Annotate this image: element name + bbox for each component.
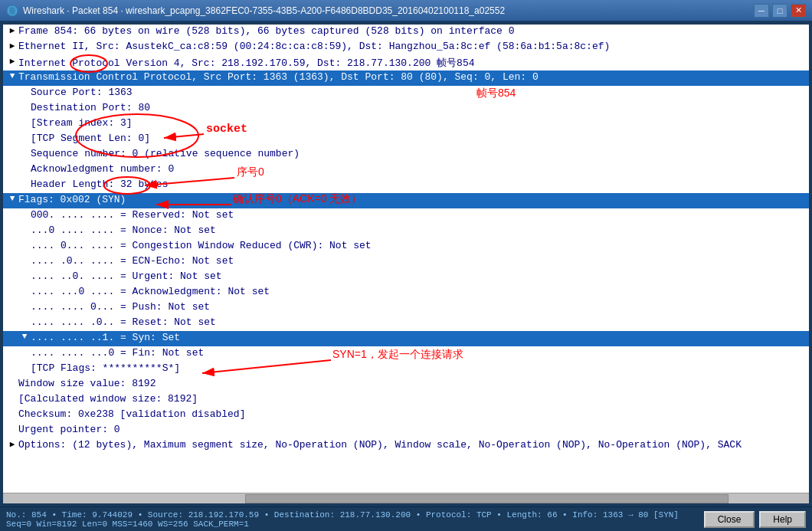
detail-row[interactable]: Destination Port: 80 [3,101,809,116]
status-buttons: Close Help [704,511,806,528]
maximize-button[interactable]: □ [772,4,787,18]
row-text: Header Length: 32 bytes [31,179,168,190]
row-text: .... .... 0... = Push: Not set [31,301,210,313]
detail-row[interactable]: .... ..0. .... = Urgent: Not set [3,270,809,285]
row-text: Transmission Control Protocol, Src Port:… [18,71,539,83]
expand-arrow: ▶ [6,439,18,449]
detail-row[interactable]: Sequence number: 0 (relative sequence nu… [3,147,809,162]
scrollbar-thumb[interactable] [245,494,729,503]
title-bar-controls: ─ □ ✕ [754,4,806,18]
row-text: Internet Protocol Version 4, Src: 218.19… [18,56,475,70]
row-text: Urgent pointer: 0 [18,424,120,435]
detail-row[interactable]: ▼Flags: 0x002 (SYN) [3,193,809,208]
detail-row[interactable]: .... 0... .... = Congestion Window Reduc… [3,239,809,254]
title-text: Wireshark · Packet 854 · wireshark_pcapn… [23,5,505,16]
row-text: ...0 .... .... = Nonce: Not set [31,225,216,236]
row-text: Flags: 0x002 (SYN) [18,194,126,205]
detail-row[interactable]: Urgent pointer: 0 [3,423,809,438]
detail-row[interactable]: Source Port: 1363 [3,86,809,101]
row-text: Frame 854: 66 bytes on wire (528 bits), … [18,25,515,37]
wireshark-icon [6,5,18,17]
row-text: Checksum: 0xe238 [validation disabled] [18,408,245,420]
row-text: .... .... ..1. = Syn: Set [31,332,180,343]
row-text: .... .... ...0 = Fin: Not set [31,347,204,359]
status-bar: No.: 854 • Time: 9.744029 • Source: 218.… [0,506,812,531]
expand-arrow: ▶ [6,56,18,66]
title-bar-left: Wireshark · Packet 854 · wireshark_pcapn… [6,5,505,17]
detail-row[interactable]: [Stream index: 3] [3,116,809,132]
row-text: Options: (12 bytes), Maximum segment siz… [18,439,742,451]
detail-row[interactable]: .... .... ...0 = Fin: Not set [3,346,809,362]
detail-row[interactable]: 000. .... .... = Reserved: Not set [3,208,809,224]
close-button[interactable]: Close [704,511,755,528]
status-text: No.: 854 • Time: 9.744029 • Source: 218.… [6,510,704,529]
detail-row[interactable]: .... .... .0.. = Reset: Not set [3,316,809,331]
packet-detail-pane[interactable]: ▶Frame 854: 66 bytes on wire (528 bits),… [3,25,809,493]
expand-arrow: ▼ [18,332,31,341]
detail-row[interactable]: .... .... 0... = Push: Not set [3,300,809,316]
close-button[interactable]: ✕ [791,4,806,18]
help-button[interactable]: Help [759,511,806,528]
horizontal-scrollbar[interactable] [3,493,809,503]
detail-row[interactable]: ...0 .... .... = Nonce: Not set [3,224,809,239]
expand-arrow: ▼ [6,71,18,80]
row-text: [Stream index: 3] [31,117,133,129]
detail-row[interactable]: ▶Options: (12 bytes), Maximum segment si… [3,438,809,454]
detail-row[interactable]: ▼.... .... ..1. = Syn: Set [3,331,809,346]
detail-row[interactable]: Window size value: 8192 [3,377,809,392]
row-text: .... .... .0.. = Reset: Not set [31,316,216,328]
row-text: .... ..0. .... = Urgent: Not set [31,270,222,282]
title-bar: Wireshark · Packet 854 · wireshark_pcapn… [0,0,812,21]
row-text: Sequence number: 0 (relative sequence nu… [31,148,300,159]
detail-row[interactable]: Header Length: 32 bytes [3,178,809,193]
detail-row[interactable]: ▼Transmission Control Protocol, Src Port… [3,70,809,86]
expand-arrow: ▼ [6,194,18,203]
row-text: Window size value: 8192 [18,378,156,389]
row-text: .... ...0 .... = Acknowledgment: Not set [31,286,270,297]
row-text: .... 0... .... = Congestion Window Reduc… [31,240,372,251]
row-text: Source Port: 1363 [31,87,133,98]
row-text: Acknowledgment number: 0 [31,163,174,175]
row-text: .... .0.. .... = ECN-Echo: Not set [31,255,234,267]
detail-row[interactable]: ▶Frame 854: 66 bytes on wire (528 bits),… [3,25,809,40]
expand-arrow: ▶ [6,25,18,35]
expand-arrow: ▶ [6,41,18,51]
detail-row[interactable]: .... ...0 .... = Acknowledgment: Not set [3,285,809,300]
row-text: [Calculated window size: 8192] [18,393,198,405]
row-text: [TCP Flags: **********S*] [31,362,180,374]
detail-row[interactable]: ▶Ethernet II, Src: AsustekC_ca:c8:59 (00… [3,40,809,55]
detail-row[interactable]: [TCP Flags: **********S*] [3,362,809,377]
minimize-button[interactable]: ─ [754,4,769,18]
detail-row[interactable]: Acknowledgment number: 0 [3,162,809,178]
detail-row[interactable]: [TCP Segment Len: 0] [3,132,809,147]
detail-row[interactable]: ▶Internet Protocol Version 4, Src: 218.1… [3,55,809,70]
main-content: ▶Frame 854: 66 bytes on wire (528 bits),… [0,21,812,506]
row-text: Destination Port: 80 [31,102,150,113]
detail-row[interactable]: Checksum: 0xe238 [validation disabled] [3,408,809,423]
detail-row[interactable]: .... .0.. .... = ECN-Echo: Not set [3,254,809,270]
row-text: Ethernet II, Src: AsustekC_ca:c8:59 (00:… [18,41,610,52]
row-text: 000. .... .... = Reserved: Not set [31,209,234,221]
row-text: [TCP Segment Len: 0] [31,133,150,144]
detail-row[interactable]: [Calculated window size: 8192] [3,392,809,408]
